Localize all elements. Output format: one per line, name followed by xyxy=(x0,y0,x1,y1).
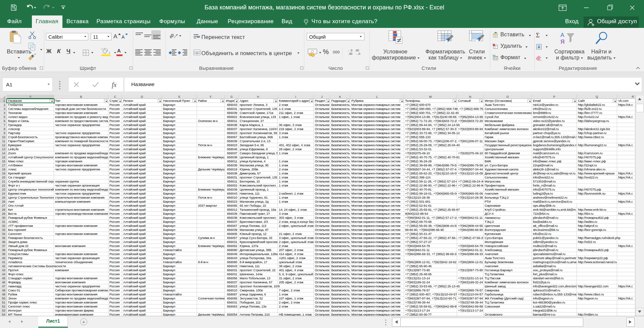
svg-text:Я: Я xyxy=(560,39,564,45)
svg-text:fx: fx xyxy=(112,81,117,89)
svg-text:А: А xyxy=(560,32,564,38)
